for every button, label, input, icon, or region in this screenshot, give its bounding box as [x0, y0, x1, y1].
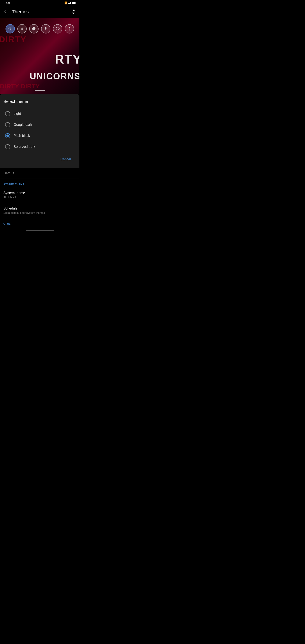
svg-rect-1: [69, 3, 70, 4]
bg-text-bottom: DIRTY DIRTY: [0, 82, 40, 90]
theme-option-google-dark[interactable]: Google dark: [4, 119, 76, 130]
settings-content: Default SYSTEM THEME System theme Pitch …: [0, 168, 80, 231]
battery-icon: [72, 2, 76, 4]
bottom-nav-line: [26, 230, 54, 231]
dialog-actions: Cancel: [4, 152, 76, 164]
svg-rect-2: [70, 2, 71, 4]
status-bar: 10:00 📶: [0, 0, 80, 6]
schedule-subtitle: Set a schedule for system themes: [4, 211, 76, 214]
qs-bluetooth-icon[interactable]: [17, 24, 27, 34]
back-button[interactable]: [4, 9, 8, 14]
schedule-title: Schedule: [4, 206, 76, 210]
system-theme-title: System theme: [4, 191, 76, 195]
pill-indicator: [35, 90, 45, 91]
qs-wifi-icon[interactable]: [6, 24, 15, 34]
theme-label-solarized-dark: Solarized dark: [14, 145, 35, 149]
wifi-icon: 📶: [64, 2, 68, 4]
bg-text-left: DIRTY: [0, 35, 26, 44]
system-theme-item[interactable]: System theme Pitch black: [0, 187, 80, 203]
radio-pitch-black: [5, 133, 10, 138]
theme-option-light[interactable]: Light: [4, 108, 76, 119]
system-theme-header: SYSTEM THEME: [0, 179, 80, 187]
status-time: 10:00: [4, 2, 10, 4]
radio-solarized-dark: [5, 144, 10, 149]
status-icons: 📶: [64, 2, 76, 4]
signal-icon: [68, 2, 72, 4]
radio-light: [5, 111, 10, 116]
settings-default: Default: [0, 168, 80, 179]
cancel-button[interactable]: Cancel: [57, 156, 74, 163]
svg-rect-3: [71, 2, 72, 4]
system-theme-subtitle: Pitch black: [4, 196, 76, 199]
theme-label-pitch-black: Pitch black: [14, 134, 30, 138]
qs-flashlight-icon[interactable]: [41, 24, 50, 34]
sync-button[interactable]: [71, 9, 76, 14]
bg-text-rty: RTY: [55, 52, 80, 66]
bg-text-unicorns: UNICORNS: [30, 71, 80, 81]
theme-option-solarized-dark[interactable]: Solarized dark: [4, 141, 76, 152]
theme-label-google-dark: Google dark: [14, 123, 32, 127]
qs-battery-saver-icon[interactable]: [65, 24, 74, 34]
other-header: OTHER: [0, 218, 80, 227]
qs-rotation-icon[interactable]: [53, 24, 62, 34]
background-area: DIRTY RTY UNICORNS DIRTY DIRTY: [0, 18, 80, 94]
theme-dialog: Select theme Light Google dark Pitch bla…: [0, 94, 80, 168]
top-bar-left: Themes: [4, 9, 28, 14]
theme-label-light: Light: [14, 112, 21, 116]
radio-google-dark: [5, 122, 10, 127]
top-bar: Themes: [0, 6, 80, 18]
dialog-title: Select theme: [4, 99, 76, 104]
schedule-item[interactable]: Schedule Set a schedule for system theme…: [0, 203, 80, 218]
default-label: Default: [4, 172, 14, 175]
quick-settings-row: [6, 24, 74, 34]
svg-rect-6: [76, 2, 76, 4]
svg-rect-0: [68, 4, 69, 4]
page-title: Themes: [12, 9, 28, 14]
theme-option-pitch-black[interactable]: Pitch black: [4, 130, 76, 141]
svg-rect-5: [72, 2, 75, 4]
qs-dnd-icon[interactable]: [29, 24, 38, 34]
